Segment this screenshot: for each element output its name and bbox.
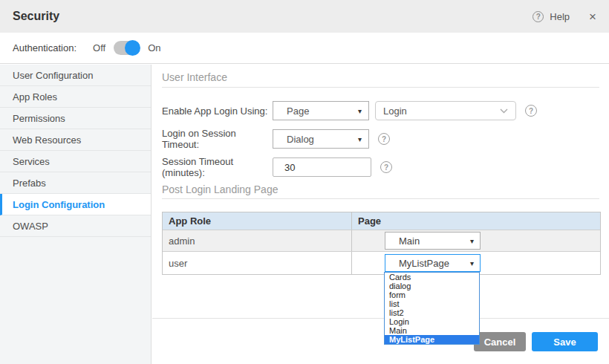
column-header-app-role: App Role	[163, 212, 351, 230]
table-row: admin Main ▾	[163, 230, 600, 251]
app-role-cell: admin	[163, 230, 351, 251]
page-cell: Main ▾	[351, 230, 600, 251]
sidebar-item-login-configuration[interactable]: Login Configuration	[0, 194, 151, 215]
toggle-off-label: Off	[93, 42, 105, 53]
help-icon[interactable]: ?	[525, 105, 537, 117]
authentication-label: Authentication:	[13, 42, 76, 53]
session-timeout-login-row: Login on Session Timeout: Dialog ▾ ?	[162, 129, 390, 149]
dropdown-option-list[interactable]: list	[385, 299, 479, 308]
app-role-cell: user	[163, 252, 351, 274]
section-divider	[162, 87, 599, 88]
page-title: Security	[13, 10, 59, 23]
session-timeout-login-value: Dialog	[287, 134, 314, 145]
session-timeout-input[interactable]	[273, 157, 371, 177]
save-button[interactable]: Save	[532, 332, 598, 351]
header-actions: ? Help ×	[533, 10, 596, 23]
chevron-down-icon	[500, 108, 508, 114]
section-divider	[162, 198, 599, 199]
sidebar-item-services[interactable]: Services	[0, 151, 151, 172]
toggle-on-label: On	[148, 42, 160, 53]
dropdown-option-mylistpage[interactable]: MyListPage	[385, 335, 479, 344]
post-login-heading: Post Login Landing Page	[162, 183, 278, 195]
user-page-value: MyListPage	[399, 258, 449, 269]
admin-page-value: Main	[399, 235, 420, 247]
authentication-bar: Authentication: Off On	[0, 33, 609, 64]
sidebar-item-app-roles[interactable]: App Roles	[0, 86, 151, 108]
session-timeout-minutes-label: Session Timeout (minutes):	[162, 156, 273, 178]
page-dropdown-list: Cards dialog form list list2 Login Main …	[384, 272, 480, 345]
enable-app-login-type-select[interactable]: Page ▾	[273, 101, 369, 120]
dropdown-option-login[interactable]: Login	[385, 317, 479, 326]
toggle-knob	[125, 40, 140, 56]
sidebar-item-owasp[interactable]: OWASP	[0, 215, 151, 237]
sidebar-item-user-configuration[interactable]: User Configuration	[0, 65, 151, 86]
dropdown-option-form[interactable]: form	[385, 290, 479, 299]
help-icon[interactable]: ?	[378, 133, 390, 145]
session-timeout-login-select[interactable]: Dialog ▾	[273, 129, 369, 149]
dropdown-arrow-icon: ▾	[470, 237, 474, 245]
table-row: user MyListPage ▾	[163, 251, 600, 274]
dropdown-arrow-icon: ▾	[358, 107, 362, 115]
dropdown-arrow-icon: ▾	[358, 135, 362, 143]
cancel-button[interactable]: Cancel	[474, 332, 526, 351]
dropdown-arrow-icon: ▾	[470, 259, 474, 267]
admin-page-select[interactable]: Main ▾	[385, 232, 481, 250]
sidebar: User Configuration App Roles Permissions…	[0, 65, 152, 364]
help-button[interactable]: ? Help	[533, 11, 570, 22]
enable-app-login-row: Enable App Login Using: Page ▾ Login ?	[162, 101, 537, 120]
close-icon[interactable]: ×	[589, 10, 596, 23]
enable-app-login-page-value: Login	[383, 105, 407, 117]
app-header: Security ? Help ×	[0, 0, 609, 33]
help-icon: ?	[533, 11, 544, 22]
session-timeout-minutes-row: Session Timeout (minutes): ?	[162, 157, 392, 177]
sidebar-item-permissions[interactable]: Permissions	[0, 108, 151, 129]
table-header-row: App Role Page	[163, 212, 600, 230]
sidebar-item-prefabs[interactable]: Prefabs	[0, 172, 151, 194]
dropdown-option-main[interactable]: Main	[385, 326, 479, 335]
authentication-toggle[interactable]	[114, 41, 140, 55]
column-header-page: Page	[351, 212, 600, 230]
sidebar-item-web-resources[interactable]: Web Resources	[0, 129, 151, 151]
post-login-table: App Role Page admin Main ▾ user MyListPa…	[162, 212, 601, 275]
footer-divider	[152, 318, 609, 319]
user-page-select[interactable]: MyListPage ▾	[385, 254, 481, 272]
help-label: Help	[550, 11, 570, 22]
dropdown-option-list2[interactable]: list2	[385, 308, 479, 317]
help-icon[interactable]: ?	[380, 161, 392, 173]
enable-app-login-label: Enable App Login Using:	[162, 105, 273, 117]
enable-app-login-type-value: Page	[287, 105, 309, 117]
enable-app-login-page-select[interactable]: Login	[375, 101, 516, 120]
session-timeout-login-label: Login on Session Timeout:	[162, 128, 273, 150]
dropdown-option-dialog[interactable]: dialog	[385, 282, 479, 290]
user-interface-heading: User Interface	[162, 71, 227, 83]
dropdown-option-cards[interactable]: Cards	[385, 273, 479, 282]
page-cell: MyListPage ▾	[351, 252, 600, 274]
security-panel: Security ? Help × Authentication: Off On…	[0, 0, 609, 364]
